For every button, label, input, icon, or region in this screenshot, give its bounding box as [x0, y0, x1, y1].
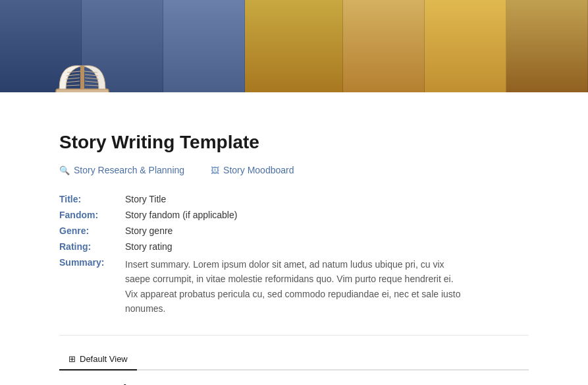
meta-label-fandom: Fandom: [59, 210, 125, 220]
book-icon [53, 53, 112, 92]
page-title: Story Writing Template [59, 132, 529, 153]
nav-links: 🔍 Story Research & Planning 🖼 Story Mood… [59, 165, 529, 175]
nav-link-research-planning[interactable]: 🔍 Story Research & Planning [59, 165, 184, 175]
meta-label-summary: Summary: [59, 257, 125, 268]
meta-value-genre: Story genre [125, 225, 173, 236]
table-icon: ⊞ [68, 354, 76, 364]
chapters-section-header: 🗂 Story Chapters [59, 382, 529, 385]
meta-value-title: Story Title [125, 194, 166, 204]
nav-link-moodboard-label: Story Moodboard [223, 165, 294, 175]
search-icon: 🔍 [59, 165, 70, 175]
section-divider [59, 335, 529, 336]
meta-label-rating: Rating: [59, 241, 125, 252]
tab-default-view[interactable]: ⊞ Default View [59, 349, 137, 370]
svg-line-10 [85, 81, 99, 82]
chapters-icon: 🗂 [59, 383, 71, 385]
nav-link-moodboard[interactable]: 🖼 Story Moodboard [211, 165, 294, 175]
svg-rect-1 [80, 66, 84, 89]
svg-rect-0 [56, 89, 109, 92]
nav-link-research-label: Story Research & Planning [74, 165, 184, 175]
svg-line-5 [66, 81, 80, 82]
meta-row-fandom: Fandom: Story fandom (if applicable) [59, 210, 529, 220]
tab-default-label: Default View [80, 354, 128, 364]
main-content: Story Writing Template 🔍 Story Research … [0, 92, 588, 385]
svg-line-4 [66, 78, 80, 79]
svg-line-9 [85, 78, 99, 79]
meta-label-title: Title: [59, 194, 125, 204]
hero-banner [0, 0, 588, 92]
moodboard-icon: 🖼 [211, 165, 219, 175]
svg-line-11 [85, 85, 99, 86]
meta-row-rating: Rating: Story rating [59, 241, 529, 252]
chapters-title: Story Chapters [76, 382, 171, 385]
meta-value-fandom: Story fandom (if applicable) [125, 210, 237, 220]
book-icon-wrap [53, 53, 112, 92]
meta-row-title: Title: Story Title [59, 194, 529, 204]
view-tabs: ⊞ Default View [59, 349, 529, 370]
svg-line-6 [66, 85, 80, 86]
meta-row-genre: Genre: Story genre [59, 225, 529, 236]
meta-value-summary: Insert summary. Lorem ipsum dolor sit am… [125, 257, 468, 316]
meta-row-summary: Summary: Insert summary. Lorem ipsum dol… [59, 257, 529, 316]
meta-label-genre: Genre: [59, 225, 125, 236]
meta-value-rating: Story rating [125, 241, 173, 252]
metadata-section: Title: Story Title Fandom: Story fandom … [59, 194, 529, 316]
